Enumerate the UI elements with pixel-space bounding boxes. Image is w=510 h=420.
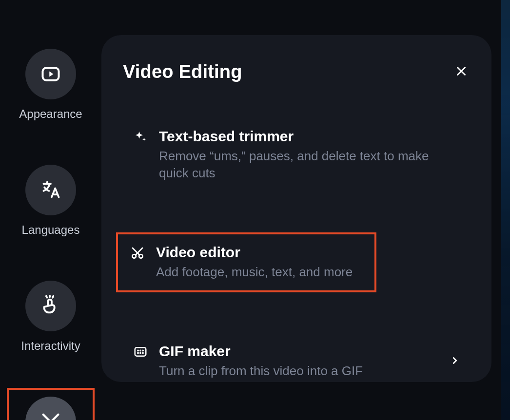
settings-sidebar: Appearance Languages bbox=[0, 0, 101, 420]
svg-point-18 bbox=[142, 353, 143, 354]
sidebar-item-interactivity[interactable]: Interactivity bbox=[7, 272, 95, 359]
play-rect-icon bbox=[25, 49, 76, 99]
sidebar-item-label: Appearance bbox=[19, 107, 82, 121]
close-button[interactable] bbox=[452, 63, 470, 81]
scissors-icon bbox=[25, 397, 76, 420]
svg-line-4 bbox=[48, 415, 58, 420]
option-gif-maker[interactable]: GIF maker Turn a clip from this video in… bbox=[119, 331, 474, 391]
sidebar-item-label: Interactivity bbox=[21, 339, 80, 353]
svg-point-16 bbox=[137, 353, 138, 354]
option-text: Text-based trimmer Remove “ums,” pauses,… bbox=[159, 128, 460, 182]
translate-icon bbox=[25, 165, 76, 215]
sidebar-item-appearance[interactable]: Appearance bbox=[7, 40, 95, 127]
panel-header: Video Editing bbox=[118, 61, 475, 82]
option-text: Video editor Add footage, music, text, a… bbox=[156, 244, 363, 281]
sidebar-item-label: Languages bbox=[22, 223, 80, 237]
sidebar-item-languages[interactable]: Languages bbox=[7, 156, 95, 243]
option-title: Video editor bbox=[156, 244, 363, 261]
option-video-editor[interactable]: Video editor Add footage, music, text, a… bbox=[116, 232, 376, 292]
svg-point-14 bbox=[140, 350, 141, 351]
panel-title: Video Editing bbox=[123, 61, 242, 82]
tap-icon bbox=[25, 281, 76, 331]
option-description: Turn a clip from this video into a GIF bbox=[159, 363, 439, 380]
sparkle-icon bbox=[133, 129, 148, 145]
svg-marker-1 bbox=[49, 72, 53, 77]
close-icon bbox=[455, 65, 468, 79]
option-title: GIF maker bbox=[159, 343, 439, 360]
chevron-right-icon bbox=[450, 355, 460, 368]
svg-point-15 bbox=[142, 350, 143, 351]
svg-line-5 bbox=[43, 415, 54, 420]
option-description: Add footage, music, text, and more bbox=[156, 264, 363, 281]
gif-icon bbox=[133, 344, 148, 360]
scissors-icon bbox=[130, 245, 145, 261]
sidebar-item-editing[interactable]: Editing bbox=[7, 388, 95, 420]
app-root: Appearance Languages bbox=[0, 0, 510, 420]
background-strip bbox=[501, 0, 510, 420]
option-title: Text-based trimmer bbox=[159, 128, 460, 145]
options-list: Text-based trimmer Remove “ums,” pauses,… bbox=[118, 116, 475, 391]
option-text-based-trimmer[interactable]: Text-based trimmer Remove “ums,” pauses,… bbox=[119, 116, 474, 193]
svg-rect-12 bbox=[135, 348, 146, 357]
svg-point-13 bbox=[137, 350, 138, 351]
video-editing-panel: Video Editing bbox=[101, 35, 491, 382]
svg-point-17 bbox=[140, 353, 141, 354]
option-text: GIF maker Turn a clip from this video in… bbox=[159, 343, 439, 380]
option-description: Remove “ums,” pauses, and delete text to… bbox=[159, 148, 460, 182]
